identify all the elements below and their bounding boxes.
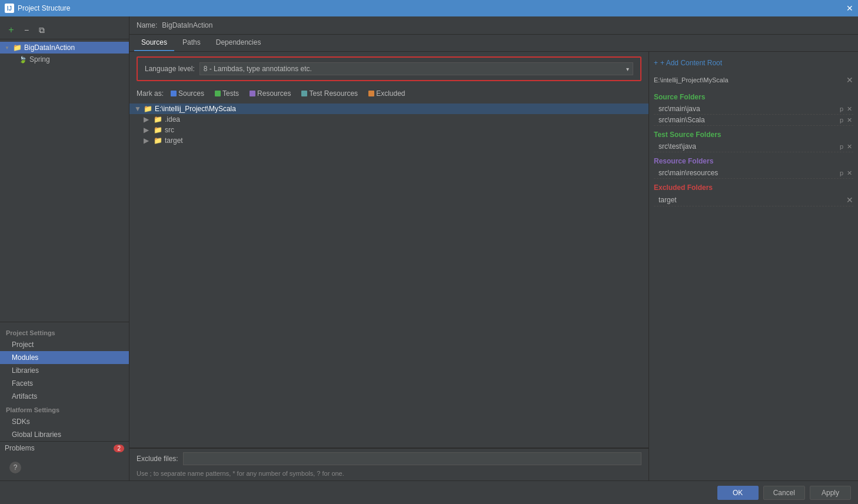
file-tree-item-root[interactable]: ▼ 📁 E:\intellij_Project\MyScala	[129, 104, 649, 114]
sdks-label: SDKs	[12, 418, 30, 426]
content-root-header: E:\intellij_Project\MyScala ✕	[654, 73, 853, 87]
sidebar-bottom: Project Settings Project Modules Librari…	[0, 322, 129, 441]
name-row: Name: BigDataInAction	[129, 16, 858, 35]
sidebar-item-artifacts[interactable]: Artifacts	[0, 390, 129, 403]
spring-leaf-icon: 🍃	[19, 56, 27, 64]
tab-sources[interactable]: Sources	[134, 35, 174, 51]
mark-sources-button[interactable]: Sources	[167, 88, 208, 99]
language-level-select[interactable]: 8 - Lambdas, type annotations etc. ▾	[199, 62, 633, 75]
sources-color-dot	[171, 91, 177, 96]
mark-tests-label: Tests	[222, 89, 239, 98]
module-tree-item-spring[interactable]: 🍃 Spring	[0, 54, 129, 65]
file-tree-idea-label: .idea	[165, 115, 180, 124]
sidebar-item-global-libraries[interactable]: Global Libraries	[0, 428, 129, 441]
tab-dependencies[interactable]: Dependencies	[209, 35, 268, 51]
sidebar-item-libraries[interactable]: Libraries	[0, 364, 129, 377]
file-tree-item-src[interactable]: ▶ 📁 src	[129, 125, 649, 135]
remove-module-button[interactable]: −	[20, 24, 33, 36]
module-tree: ▼ 📁 BigDataInAction 🍃 Spring	[0, 39, 129, 322]
sidebar-item-project[interactable]: Project	[0, 338, 129, 351]
file-tree-item-idea[interactable]: ▶ 📁 .idea	[129, 114, 649, 125]
test-source-folder-edit[interactable]: p	[839, 143, 844, 151]
source-folder-scala-actions: p ✕	[839, 116, 853, 124]
test-resources-color-dot	[301, 91, 307, 96]
expand-arrow: ▼	[5, 45, 11, 51]
excluded-folder-item: target ✕	[654, 194, 853, 206]
folder-icon-idea: 📁	[154, 115, 162, 124]
exclude-files-input[interactable]	[183, 452, 641, 465]
add-module-button[interactable]: +	[5, 24, 18, 36]
folder-icon-root: 📁	[144, 105, 152, 113]
file-tree-root-label: E:\intellij_Project\MyScala	[155, 105, 236, 113]
resource-folder-left: src\main\resources	[659, 169, 718, 177]
source-folder-path-scala: src\main\Scala	[659, 116, 705, 124]
language-level-row: Language level: 8 - Lambdas, type annota…	[137, 56, 641, 81]
project-settings-label: Project Settings	[0, 326, 129, 338]
mark-sources-label: Sources	[178, 89, 204, 98]
source-folder-scala-edit[interactable]: p	[839, 116, 844, 124]
modules-label: Modules	[12, 353, 38, 362]
copy-module-button[interactable]: ⧉	[35, 24, 48, 36]
tabs-row: Sources Paths Dependencies	[129, 35, 858, 52]
excluded-folder-actions: ✕	[846, 195, 853, 205]
resource-folder-item: src\main\resources p ✕	[654, 168, 853, 179]
source-folder-actions: p ✕	[839, 105, 853, 113]
folder-icon-target: 📁	[154, 136, 162, 145]
resource-folders-title: Resource Folders	[654, 157, 853, 165]
add-content-root-button[interactable]: + + Add Content Root	[654, 56, 853, 69]
help-icon[interactable]: ?	[9, 462, 21, 473]
tab-paths[interactable]: Paths	[175, 35, 208, 51]
problems-label[interactable]: Problems	[5, 444, 35, 452]
excluded-color-dot	[368, 91, 374, 96]
cancel-button[interactable]: Cancel	[763, 486, 805, 500]
file-tree-item-target[interactable]: ▶ 📁 target	[129, 135, 649, 146]
source-folder-scala-remove[interactable]: ✕	[846, 116, 853, 124]
exclude-files-hint: Use ; to separate name patterns, * for a…	[129, 469, 649, 480]
test-source-folder-item-java: src\test\java p ✕	[654, 141, 853, 152]
ok-button[interactable]: OK	[717, 486, 759, 500]
lang-level-label: Language level:	[145, 65, 195, 73]
source-folder-left: src\main\java	[659, 105, 700, 113]
sidebar-item-facets[interactable]: Facets	[0, 377, 129, 390]
close-button[interactable]: ✕	[846, 4, 853, 13]
test-source-folder-remove[interactable]: ✕	[846, 143, 853, 151]
source-folder-item-scala: src\main\Scala p ✕	[654, 115, 853, 126]
source-folder-java-edit[interactable]: p	[839, 105, 844, 113]
excluded-folder-remove[interactable]: ✕	[846, 195, 853, 205]
apply-button[interactable]: Apply	[810, 486, 851, 500]
resource-folder-remove[interactable]: ✕	[846, 169, 853, 177]
resource-folder-actions: p ✕	[839, 169, 853, 177]
sidebar-item-sdks[interactable]: SDKs	[0, 415, 129, 428]
remove-content-root-button[interactable]: ✕	[846, 75, 853, 85]
mark-as-row: Mark as: Sources Tests Resources	[129, 86, 649, 101]
mark-test-resources-button[interactable]: Test Resources	[298, 88, 361, 99]
mark-as-label: Mark as:	[137, 89, 164, 98]
sidebar-item-modules[interactable]: Modules	[0, 351, 129, 364]
content-root-path: E:\intellij_Project\MyScala	[654, 76, 729, 84]
test-source-folders-title: Test Source Folders	[654, 131, 853, 139]
mark-resources-button[interactable]: Resources	[246, 88, 294, 99]
problems-badge: 2	[114, 445, 124, 452]
libraries-label: Libraries	[12, 366, 39, 375]
expand-arrow-src: ▶	[144, 126, 149, 134]
mark-test-resources-label: Test Resources	[309, 89, 358, 98]
main-container: + − ⧉ ▼ 📁 BigDataInAction 🍃 Spring Proje…	[0, 16, 858, 480]
project-label: Project	[12, 341, 34, 349]
main-content: Name: BigDataInAction Sources Paths Depe…	[129, 16, 858, 480]
mark-tests-button[interactable]: Tests	[211, 88, 242, 99]
module-folder-icon: 📁	[13, 44, 22, 52]
lang-level-value: 8 - Lambdas, type annotations etc.	[204, 65, 312, 73]
app-icon: IJ	[5, 4, 14, 13]
add-icon: +	[654, 59, 658, 67]
resource-folder-edit[interactable]: p	[839, 169, 844, 177]
module-toolbar: + − ⧉	[0, 21, 129, 39]
source-folder-java-remove[interactable]: ✕	[846, 105, 853, 113]
source-folder-item-java: src\main\java p ✕	[654, 104, 853, 115]
mark-excluded-button[interactable]: Excluded	[365, 88, 408, 99]
facets-label: Facets	[12, 379, 33, 388]
resources-color-dot	[250, 91, 255, 96]
folder-icon-src: 📁	[154, 126, 162, 134]
module-tree-item-bigdata[interactable]: ▼ 📁 BigDataInAction	[0, 42, 129, 54]
module-name-spring: Spring	[29, 55, 50, 64]
mark-excluded-label: Excluded	[376, 89, 405, 98]
